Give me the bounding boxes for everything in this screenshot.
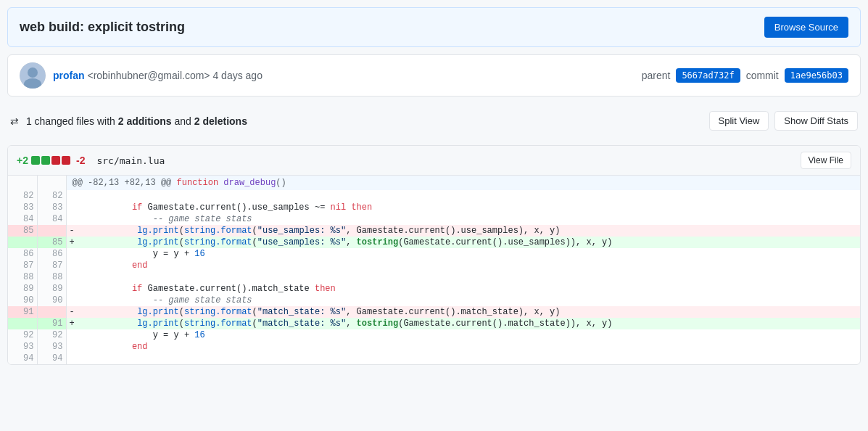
parent-hash[interactable]: 5667ad732f xyxy=(676,68,740,83)
hunk-ln-right xyxy=(37,176,66,190)
hunk-header-row: @@ -82,13 +82,13 @@ function draw_debug(… xyxy=(8,176,860,190)
view-file-button[interactable]: View File xyxy=(801,152,851,169)
table-row: 90 90 -- game state stats xyxy=(8,295,860,306)
author-info: profan <robinhubner@gmail.com> 4 days ag… xyxy=(53,70,642,81)
table-row: 92 92 y = y + 16 xyxy=(8,329,860,341)
table-row: 87 87 end xyxy=(8,260,860,271)
table-row: 93 93 end xyxy=(8,341,860,353)
table-row: 86 86 y = y + 16 xyxy=(8,248,860,260)
changes-icon: ⇄ xyxy=(10,115,19,127)
parent-label: parent xyxy=(642,70,671,81)
author-time: 4 days ago xyxy=(212,70,263,81)
diff-file-header: +2 -2 src/main.lua View File xyxy=(8,146,860,176)
commit-hash[interactable]: 1ae9e56b03 xyxy=(785,68,848,83)
bar-add-2 xyxy=(41,156,50,165)
commit-label: commit xyxy=(746,70,779,81)
diff-bar xyxy=(31,156,70,165)
show-diff-stats-button[interactable]: Show Diff Stats xyxy=(774,111,858,131)
table-row: 84 84 -- game state stats xyxy=(8,213,860,225)
hunk-header-content: @@ -82,13 +82,13 @@ function draw_debug(… xyxy=(66,176,860,190)
table-row: 85 - lg.print(string.format("use_samples… xyxy=(8,225,860,237)
table-row: 89 89 if Gamestate.current().match_state… xyxy=(8,283,860,295)
bar-del-2 xyxy=(62,156,70,165)
table-row: 91 + lg.print(string.format("match_state… xyxy=(8,318,860,329)
diff-container: +2 -2 src/main.lua View File @@ -82,13 +… xyxy=(7,145,861,365)
file-path: src/main.lua xyxy=(96,155,165,166)
bar-add-1 xyxy=(31,156,40,165)
table-row: 94 94 xyxy=(8,353,860,364)
table-row: 85 + lg.print(string.format("use_samples… xyxy=(8,237,860,248)
table-row: 83 83 if Gamestate.current().use_samples… xyxy=(8,202,860,213)
diff-deletions-count: -2 xyxy=(76,155,85,166)
svg-point-1 xyxy=(28,67,38,78)
diff-additions-count: +2 xyxy=(17,155,28,166)
table-row: 88 88 xyxy=(8,271,860,283)
author-email: <robinhubner@gmail.com> xyxy=(87,70,210,81)
stats-bar: ⇄ 1 changed files with 2 additions and 2… xyxy=(7,104,861,138)
browse-source-button[interactable]: Browse Source xyxy=(764,17,848,38)
avatar-icon xyxy=(20,62,46,89)
author-username[interactable]: profan xyxy=(53,70,85,81)
commit-meta: parent 5667ad732f commit 1ae9e56b03 xyxy=(642,68,848,83)
page-container: web build: explicit tostring Browse Sour… xyxy=(0,0,868,431)
table-row: 82 82 xyxy=(8,190,860,202)
diff-table: @@ -82,13 +82,13 @@ function draw_debug(… xyxy=(8,176,860,364)
bar-del-1 xyxy=(51,156,60,165)
stats-text: ⇄ 1 changed files with 2 additions and 2… xyxy=(10,115,247,127)
commit-title: web build: explicit tostring xyxy=(20,20,185,35)
split-view-button[interactable]: Split View xyxy=(709,111,769,131)
avatar xyxy=(20,62,46,89)
hunk-ln-left xyxy=(8,176,37,190)
commit-header: web build: explicit tostring Browse Sour… xyxy=(7,7,861,47)
stats-actions: Split View Show Diff Stats xyxy=(709,111,858,131)
author-row: profan <robinhubner@gmail.com> 4 days ag… xyxy=(7,54,861,97)
table-row: 91 - lg.print(string.format("match_state… xyxy=(8,306,860,318)
